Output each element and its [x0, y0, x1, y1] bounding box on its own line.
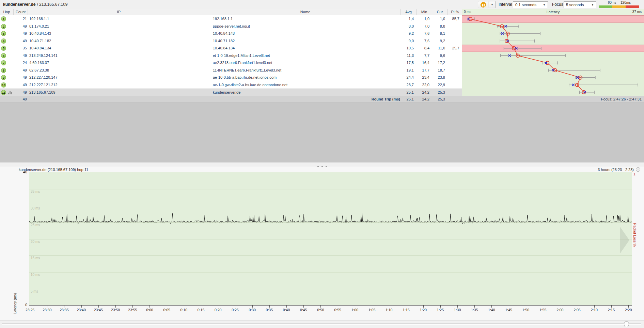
hop-number-badge: 6 — [1, 53, 6, 58]
x-axis-label: 0:30 — [249, 308, 255, 312]
column-header-hop[interactable]: Hop — [0, 9, 14, 15]
column-header-min[interactable]: Min — [417, 9, 432, 15]
pause-icon — [481, 2, 486, 7]
x-axis-tick — [440, 306, 441, 308]
hop-number-badge: 10 — [1, 82, 6, 88]
hop-row[interactable]: 11 49 213.165.67.109 kundenserver.de 25,… — [0, 89, 462, 96]
column-header-avg[interactable]: Avg — [401, 9, 417, 15]
focus-label: Focus — [552, 0, 563, 9]
min-cell: 22,0 — [417, 81, 432, 89]
cur-cell: 8,1 — [432, 30, 448, 37]
x-axis-tick — [235, 306, 235, 308]
interval-select[interactable]: 0,1 seconds ▼ — [513, 1, 548, 8]
cur-cell: 18,7 — [432, 67, 448, 74]
chevron-down-icon[interactable]: ⌄ — [636, 167, 640, 172]
ip-cell: 212.227.121.212 — [28, 81, 210, 89]
x-axis-label: 1:25 — [437, 308, 444, 312]
pl-cell — [448, 30, 462, 37]
panel-splitter-handle[interactable] — [0, 162, 644, 167]
pause-options-button[interactable]: ▼ — [489, 1, 496, 8]
timeline-panel: kundenserver.de (213.165.67.109) hop 11 … — [0, 167, 644, 320]
graphed-hop-icon — [8, 91, 12, 94]
hop-row[interactable]: 1 21 192.168.1.1 192.168.1.1 1,4 1,0 1,0… — [0, 15, 462, 23]
x-axis-label: 1:55 — [539, 308, 546, 312]
x-axis-label: 2:05 — [574, 308, 580, 312]
hop-row[interactable]: 6 49 213.249.124.141 et-1-0-19.edge1.Mil… — [0, 52, 462, 60]
x-axis-label: 2:15 — [608, 308, 615, 312]
min-cell: 23,4 — [417, 74, 432, 81]
ip-cell: 4.69.163.37 — [28, 59, 210, 67]
hop-row[interactable]: 9 49 212.227.120.147 ae-10-0.bb-a.bap.rh… — [0, 74, 462, 81]
focus-select[interactable]: 5 seconds ▼ — [564, 1, 596, 8]
x-axis-tick — [115, 306, 116, 308]
pingplotter-window: kundenserver.de/ 213.165.67.109 ▼ Interv… — [0, 0, 644, 328]
timeline-plot[interactable]: 35 ms30 ms25 ms20 ms15 ms10 ms5 ms — [29, 172, 632, 306]
hop-row[interactable]: 2 49 81.174.0.21 pppoe-server.net.ngi.it… — [0, 23, 462, 30]
hop-row[interactable]: 10 49 212.227.121.212 ae-1-0.gw-diste2-a… — [0, 81, 462, 89]
latency-column-title: Latency — [462, 10, 644, 14]
ip-cell: 213.249.124.141 — [28, 52, 210, 60]
time-scrollbar[interactable] — [0, 320, 644, 328]
min-cell: 7,7 — [417, 52, 432, 60]
cur-cell: 8,8 — [432, 23, 448, 30]
latency-column-header[interactable]: 0 ms Latency 37 ms — [462, 9, 644, 15]
count-cell: 35 — [14, 45, 28, 52]
x-axis-label: 1:35 — [471, 308, 478, 312]
x-axis-tick — [167, 306, 167, 308]
grid-label: 5 ms — [31, 290, 38, 293]
gridline — [29, 255, 632, 256]
name-cell: pppoe-server.net.ngi.it — [210, 23, 401, 30]
x-axis-label: 0:20 — [215, 308, 221, 312]
scrollbar-track[interactable] — [2, 324, 641, 325]
hop-row[interactable]: 8 49 62.67.23.38 11-INTERNET.ear6.Frankf… — [0, 67, 462, 74]
x-axis-label: 1:45 — [505, 308, 512, 312]
x-axis-label: 1:15 — [403, 308, 409, 312]
scrollbar-thumb[interactable] — [624, 321, 629, 327]
grid-label: 15 ms — [31, 256, 40, 260]
column-header-ip[interactable]: IP — [28, 9, 210, 15]
hop-row[interactable]: 3 49 10.40.84.143 10.40.84.143 9,2 7,6 8… — [0, 30, 462, 37]
hop-number-badge: 4 — [1, 38, 6, 44]
round-trip-count: 49 — [14, 96, 28, 103]
column-header-cur[interactable]: Cur — [432, 9, 448, 15]
timeline-range-selector[interactable]: 3 hours (23:23 - 2:23) — [598, 167, 634, 172]
x-axis-label: 0:35 — [266, 308, 273, 312]
pl-cell — [448, 74, 462, 81]
column-header-count[interactable]: Count — [14, 9, 28, 15]
name-cell: kundenserver.de — [210, 89, 401, 96]
hop-number-badge: 9 — [1, 75, 6, 80]
grid-label: 20 ms — [31, 240, 40, 244]
avg-cell: 17,5 — [401, 59, 417, 67]
hop-row[interactable]: 7 24 4.69.163.37 ae2.3218.ear6.Frankfurt… — [0, 59, 462, 67]
cur-cell: 25,3 — [432, 89, 448, 96]
empty-area — [0, 103, 644, 162]
x-axis-tick — [355, 306, 355, 308]
name-cell: 10.40.84.143 — [210, 30, 401, 37]
name-cell: 11-INTERNET.ear6.Frankfurt1.Level3.net — [210, 67, 401, 74]
pl-cell — [448, 81, 462, 89]
interval-value: 0,1 seconds — [515, 3, 536, 7]
packet-loss-max-label: 1 — [633, 172, 635, 176]
column-header-pl[interactable]: PL% — [448, 9, 462, 15]
pl-cell — [448, 23, 462, 30]
legend-60ms-label: 60ms — [608, 1, 616, 4]
x-axis-tick — [491, 306, 492, 308]
x-axis-label: 1:10 — [386, 308, 392, 312]
hop-row[interactable]: 5 35 10.40.84.134 10.40.84.134 10,5 8,4 … — [0, 45, 462, 52]
cur-cell: 9,6 — [432, 52, 448, 60]
x-axis-tick — [252, 306, 253, 308]
x-axis-label: 0:55 — [334, 308, 341, 312]
column-header-name[interactable]: Name — [210, 9, 401, 15]
x-axis-tick — [577, 306, 577, 308]
pl-cell — [448, 59, 462, 67]
x-axis-tick — [201, 306, 201, 308]
pl-cell: 25,7 — [448, 45, 462, 52]
target-host: kundenserver.de — [3, 2, 35, 7]
x-axis-tick — [303, 306, 304, 308]
pause-button[interactable] — [478, 1, 488, 8]
x-axis-tick — [286, 306, 287, 308]
ip-cell: 192.168.1.1 — [28, 15, 210, 23]
hop-row[interactable]: 4 49 10.40.71.182 10.40.71.182 9,0 7,6 9… — [0, 37, 462, 45]
x-axis-label: 0:40 — [283, 308, 290, 312]
ip-cell: 62.67.23.38 — [28, 67, 210, 74]
